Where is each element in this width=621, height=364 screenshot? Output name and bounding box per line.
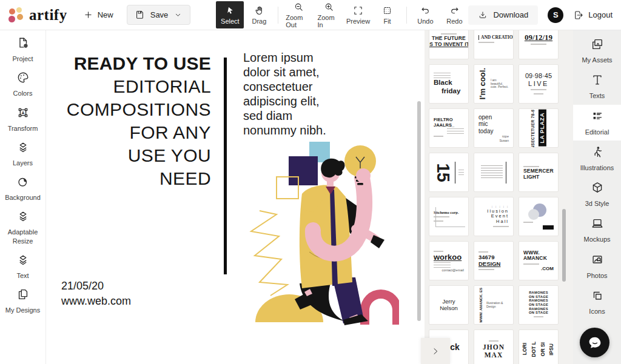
template-card-ramones-on-stage[interactable]: RAMONESON STAGERAMONESON STAGERAMONESON …: [519, 285, 559, 325]
sidebar-item-transform[interactable]: ATransform: [1, 106, 45, 133]
canvas-heading-line: COMPOSITIONS: [55, 98, 211, 121]
sidebar-item-text[interactable]: Text: [1, 253, 45, 280]
layers-icon: [16, 141, 30, 156]
mockups-icon: [591, 217, 604, 233]
chat-widget-button[interactable]: [580, 328, 609, 357]
assets-icon: [591, 38, 604, 53]
template-card-jerry-nelson[interactable]: JerryNelson: [429, 285, 469, 325]
panel-tab-label: Texts: [579, 91, 616, 100]
drag-tool-label: Drag: [252, 18, 266, 25]
sidebar-item-layers[interactable]: Layers: [1, 141, 45, 167]
fit-tool[interactable]: Fit: [374, 0, 401, 30]
sidebar-item-label: Transform: [3, 124, 43, 133]
redo-tool[interactable]: Redo: [440, 0, 468, 30]
background-icon: [16, 175, 30, 191]
sidebar-item-background[interactable]: Background: [1, 175, 45, 202]
panel-tab-my-assets[interactable]: My Assets: [573, 33, 621, 68]
panel-tab-icons[interactable]: Icons: [573, 284, 621, 320]
canvas-scrollbar[interactable]: [417, 101, 421, 321]
panel-tab-3d-style[interactable]: 3d Style: [573, 176, 621, 212]
editorial-icon: [591, 110, 604, 125]
templates-next-button[interactable]: [421, 338, 450, 364]
canvas-website-text[interactable]: www.web.com: [61, 295, 131, 308]
template-card-open-mic[interactable]: openmictodayropeSusan: [474, 108, 514, 148]
preview-icon: [353, 5, 363, 16]
canvas-date-text[interactable]: 21/05/20: [61, 280, 104, 293]
template-card-duotone-circles[interactable]: [519, 197, 559, 236]
logo-wordmark: artify: [29, 7, 67, 24]
template-card-jhon-max[interactable]: JHONMAX: [474, 329, 514, 364]
drag-tool[interactable]: Drag: [245, 0, 273, 30]
design-canvas[interactable]: READY TO USE EDITORIALCOMPOSITIONSFOR AN…: [46, 30, 425, 364]
canvas-body-text[interactable]: Lorem ipsum dolor sit amet, consectetuer…: [243, 50, 341, 137]
template-card-ilusion-event-hall[interactable]: : : : : :IlusionEventHall: [474, 197, 514, 236]
template-card-semercer-light[interactable]: SEMERCERLIGHT: [519, 153, 559, 192]
layers-icon: [16, 253, 30, 269]
template-card-lorem-vertical[interactable]: LORIDOT LOR SIIPSU: [519, 329, 559, 364]
sidebar-item-adaptable-resize[interactable]: Adaptable Resize: [1, 210, 45, 245]
template-card-workoo[interactable]: workoocontact@email: [429, 241, 469, 280]
template-card-34679-design[interactable]: 34679DESIGN: [474, 241, 514, 280]
template-card-black-friday[interactable]: Blackfriday: [429, 64, 469, 104]
template-card-text-block[interactable]: [474, 153, 514, 192]
template-card-date-09-12-19[interactable]: 09/12/19: [519, 30, 559, 59]
template-card-fifteen[interactable]: 15: [429, 153, 469, 192]
template-card-the-future[interactable]: THE FUTUREIS TO INVENT IT: [429, 30, 469, 59]
zoom-out-tool[interactable]: Zoom Out: [283, 0, 314, 30]
canvas-heading-rest: EDITORIALCOMPOSITIONSFOR ANYUSE YOUNEED: [55, 75, 211, 190]
preview-tool[interactable]: Preview: [344, 0, 372, 30]
sidebar-item-my-designs[interactable]: My Designs: [1, 288, 45, 314]
designs-icon: [16, 288, 30, 303]
sidebar-item-colors[interactable]: Colors: [1, 71, 45, 98]
hair: [321, 159, 344, 177]
cube-icon: [591, 181, 604, 197]
texts-icon: [591, 73, 604, 89]
save-button[interactable]: Save: [127, 5, 191, 25]
template-card-and-creation[interactable]: AND CREATION: [474, 30, 514, 59]
save-button-label: Save: [150, 10, 169, 19]
new-button[interactable]: New: [83, 10, 113, 20]
sidebar-item-label: Project: [3, 55, 43, 63]
panel-tab-editorial[interactable]: Editorial: [573, 105, 621, 141]
panel-tab-illustrations[interactable]: Illustrations: [573, 141, 621, 176]
sidebar-item-project[interactable]: Project: [1, 36, 45, 63]
editorial-illustration[interactable]: [241, 139, 399, 327]
user-avatar[interactable]: S: [548, 7, 563, 23]
zoom-in-tool[interactable]: Zoom In: [315, 0, 343, 30]
save-icon: [135, 10, 145, 20]
template-card-im-cool[interactable]: I'm cool.I am beautiful, cute. Perfect.: [474, 64, 514, 104]
canvas-heading[interactable]: READY TO USE EDITORIALCOMPOSITIONSFOR AN…: [55, 52, 211, 190]
select-tool[interactable]: Select: [216, 1, 244, 28]
top-toolbar: artify New Save Select Drag Zoom Out: [0, 0, 621, 30]
project-icon: [16, 36, 30, 52]
canvas-divider-bar[interactable]: [224, 58, 227, 274]
layers-icon: [16, 210, 30, 225]
zoom-out-label: Zoom Out: [286, 14, 311, 28]
panel-tab-label: Editorial: [579, 128, 616, 136]
app-window: artify New Save Select Drag Zoom Out: [0, 0, 621, 364]
plus-icon: [83, 10, 93, 20]
download-button[interactable]: Download: [468, 5, 538, 25]
zoom-out-icon: [294, 2, 304, 12]
transform-icon: A: [16, 106, 30, 122]
fit-label: Fit: [383, 18, 391, 25]
template-card-amanck-com[interactable]: WWW.AMANCK.COM: [519, 241, 559, 280]
template-card-amanck-es[interactable]: WWW. AMANCK. ESIllustration & Design: [474, 285, 514, 325]
logout-icon: [573, 10, 584, 21]
template-card-la-plaza[interactable]: CONSECTETUER 78-67-54LA PLAZA: [519, 108, 559, 148]
templates-scrollbar[interactable]: [562, 209, 566, 282]
app-logo[interactable]: artify: [8, 7, 67, 24]
photos-icon: [591, 253, 604, 269]
panel-tab-mockups[interactable]: Mockups: [573, 212, 621, 248]
template-card-live-09-98-45[interactable]: 09·98·45LIVE: [519, 64, 559, 104]
undo-label: Undo: [417, 18, 433, 25]
cursor-icon: [225, 5, 235, 16]
logout-button[interactable]: Logout: [573, 10, 613, 21]
panel-tab-photos[interactable]: Photos: [573, 248, 621, 284]
toolbar-right-group: Download S Logout: [468, 5, 613, 25]
template-card-fieltro-jaalrs[interactable]: FIELTROJAALRS_: [429, 108, 469, 148]
illustrations-icon: [591, 145, 604, 161]
undo-tool[interactable]: Undo: [411, 0, 439, 30]
panel-tab-texts[interactable]: Texts: [573, 68, 621, 104]
template-card-sitchemo-corp[interactable]: Sitchemo corp.: [429, 197, 469, 236]
